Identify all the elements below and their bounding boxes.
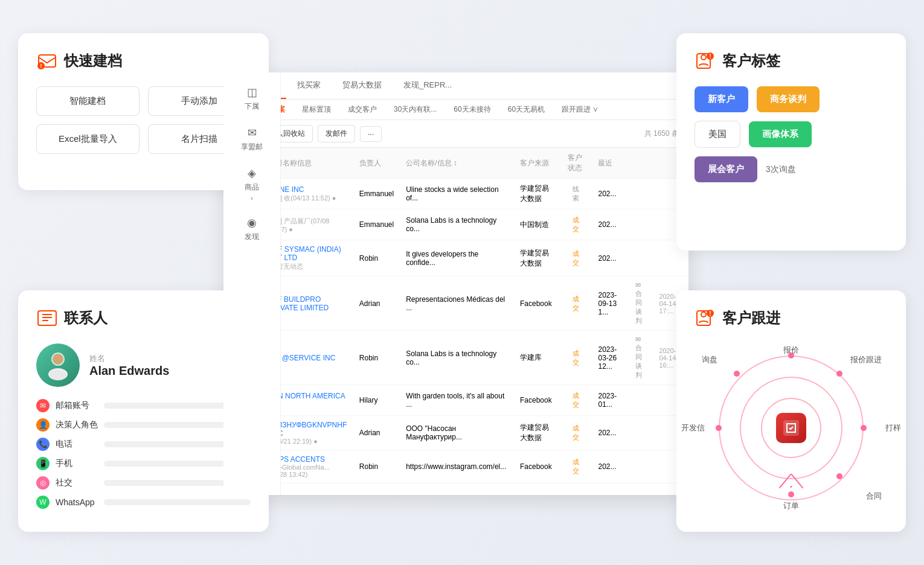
customer-tag-icon: ! bbox=[695, 50, 716, 72]
subtab-60days-no-opportunity[interactable]: 60天无易机 bbox=[499, 100, 553, 120]
cell-extra1 bbox=[629, 484, 653, 487]
cell-followup: ✉ 合同谈判 bbox=[629, 331, 653, 385]
nav-item-subordinate[interactable]: ◫ 下属 bbox=[223, 78, 280, 119]
crm-table-card: 客户管理 找买家 贸易大数据 发现_REPR... 所有客户档案 星标置顶 成交… bbox=[223, 72, 688, 495]
tab-find-buyer[interactable]: 找买家 bbox=[286, 72, 332, 99]
contact-name: Alan Edwards bbox=[89, 364, 169, 378]
nav-item-product[interactable]: ◈ 商品 › bbox=[223, 159, 280, 209]
radar-dot-top-right bbox=[836, 371, 842, 377]
table-row[interactable]: ☆ AMPS ACCENTS ●● ●Global.comNa... (05/2… bbox=[223, 450, 688, 484]
subtab-starred[interactable]: 星标置顶 bbox=[294, 100, 339, 120]
col-description: 公司名称/信息 ↕ bbox=[400, 148, 514, 179]
cell-date: 202... bbox=[592, 450, 629, 484]
mobile-field-row: 📱 手机 bbox=[36, 457, 251, 470]
svg-point-16 bbox=[701, 312, 706, 317]
cell-followup: ✉ 合同谈判 bbox=[629, 276, 653, 331]
nav-label-subordinate: 下属 bbox=[245, 101, 259, 112]
cell-source: Facebook bbox=[514, 450, 562, 484]
cell-desc: Representaciones Médicas del ... bbox=[400, 276, 514, 331]
radar-label-sample: 打样 bbox=[885, 423, 901, 433]
table-row[interactable]: ☆ ⑦[1] 产品展厂(07/08 14:47) ● Emmanuel Sola… bbox=[223, 209, 688, 240]
cell-source: 学建贸易大数据 bbox=[514, 416, 562, 450]
subtab-deal-customers[interactable]: 成交客户 bbox=[339, 100, 385, 120]
exhibition-customer-tag[interactable]: 展会客户 bbox=[695, 156, 757, 182]
svg-text:!: ! bbox=[709, 53, 711, 60]
radar-dot-left bbox=[716, 425, 722, 431]
discover-icon: ◉ bbox=[247, 216, 257, 229]
new-customer-tag[interactable]: 新客户 bbox=[695, 86, 748, 112]
quick-archive-buttons: 智能建档 手动添加 Excel批量导入 名片扫描 bbox=[36, 86, 251, 154]
cell-source: Facebook bbox=[514, 276, 562, 331]
inquiry-count-text: 3次询盘 bbox=[766, 158, 796, 181]
svg-point-4 bbox=[701, 55, 706, 60]
contact-fields: ✉ 邮箱账号 👤 决策人角色 📞 电话 📱 手机 ◎ 社交 bbox=[36, 399, 251, 509]
phone-label: 电话 bbox=[56, 439, 98, 450]
email-field-row: ✉ 邮箱账号 bbox=[36, 399, 251, 412]
business-negotiation-tag[interactable]: 商务谈判 bbox=[757, 86, 820, 112]
table-row[interactable]: ☆ LGF SYSMAC (INDIA) PVT LTD ⑩ 暂无动态 Robi… bbox=[223, 240, 688, 276]
nav-item-discover[interactable]: ◉ 发现 bbox=[223, 209, 280, 249]
table-row[interactable]: ☆ IES @SERVICE INC Robin Solana Labs is … bbox=[223, 331, 688, 385]
tab-discover[interactable]: 发现_REPR... bbox=[393, 72, 463, 99]
subtab-30days[interactable]: 30天内有联... bbox=[385, 100, 445, 120]
smart-archive-button[interactable]: 智能建档 bbox=[36, 86, 140, 116]
radar-label-price-follow: 报价跟进 bbox=[850, 354, 882, 365]
cell-desc: Uline stocks a wide selection of... bbox=[400, 179, 514, 209]
tab-trade-data[interactable]: 贸易大数据 bbox=[332, 72, 393, 99]
mobile-label: 手机 bbox=[56, 458, 98, 469]
role-icon: 👤 bbox=[36, 418, 50, 432]
subtab-60days-no-reception[interactable]: 60天未接待 bbox=[445, 100, 499, 120]
crm-table-header: 公司名称信息 负责人 公司名称/信息 ↕ 客户来源 客户状态 最近 bbox=[223, 148, 688, 179]
table-row[interactable]: ☆ F&F BUILDPRO PRIVATE LIMITED Adrian Re… bbox=[223, 276, 688, 331]
col-source: 客户来源 bbox=[514, 148, 562, 179]
contact-header: 姓名 Alan Edwards bbox=[36, 343, 251, 387]
cell-status: 成交 bbox=[562, 331, 592, 385]
cell-extra1 bbox=[629, 240, 653, 276]
more-button[interactable]: ··· bbox=[360, 126, 382, 142]
subtab-follow-up[interactable]: 跟开跟进 ∨ bbox=[553, 100, 607, 120]
customer-follow-card: ! 客户跟进 bbox=[676, 290, 906, 532]
cell-extra1 bbox=[629, 450, 653, 484]
nav-item-mail[interactable]: ✉ 享盟邮 bbox=[223, 119, 280, 159]
table-row[interactable]: ☆ IIGN NORTH AMERICA INC Hilary With gar… bbox=[223, 385, 688, 416]
cell-desc: Jimco Lamp has been serving t... bbox=[400, 484, 514, 487]
cell-status: 成交 bbox=[562, 450, 592, 484]
crm-table-container[interactable]: 公司名称信息 负责人 公司名称/信息 ↕ 客户来源 客户状态 最近 ☆ bbox=[223, 148, 688, 486]
whatsapp-icon: W bbox=[36, 496, 50, 509]
cell-extra1 bbox=[629, 209, 653, 240]
cell-date: 202... bbox=[592, 240, 629, 276]
cell-date: 2023-03-26 12... bbox=[592, 331, 629, 385]
radar-chart: 报价 报价跟进 打样 合同 订单 开发信 询盘 bbox=[707, 343, 876, 512]
cell-owner: Emmanuel bbox=[353, 179, 400, 209]
cell-desc: Solana Labs is a technology co... bbox=[400, 331, 514, 385]
cell-date: 202... bbox=[592, 484, 629, 487]
cell-source: 学建贸易大数据 bbox=[514, 240, 562, 276]
col-owner: 负责人 bbox=[353, 148, 400, 179]
whatsapp-field-row: W WhatsApp bbox=[36, 496, 251, 509]
crm-subtabs: 所有客户档案 星标置顶 成交客户 30天内有联... 60天未接待 60天无易机… bbox=[223, 100, 688, 120]
usa-tag[interactable]: 美国 bbox=[695, 121, 740, 148]
social-label: 社交 bbox=[56, 477, 98, 488]
sidebar-nav: ◫ 下属 ✉ 享盟邮 ◈ 商品 › ◉ 发现 bbox=[223, 72, 281, 495]
cell-owner: Robin bbox=[353, 240, 400, 276]
customer-follow-icon: ! bbox=[695, 307, 716, 329]
cell-owner: Robin bbox=[353, 331, 400, 385]
cell-status: 成交 bbox=[562, 209, 592, 240]
excel-import-button[interactable]: Excel批量导入 bbox=[36, 124, 140, 154]
customer-tag-title: ! 客户标签 bbox=[695, 50, 888, 72]
radar-label-inquiry: 询盘 bbox=[702, 354, 717, 365]
portrait-system-tag[interactable]: 画像体系 bbox=[749, 121, 812, 147]
radar-label-price: 报价 bbox=[783, 345, 799, 356]
cell-status: 成交 bbox=[562, 416, 592, 450]
cell-owner: Adrian bbox=[353, 276, 400, 331]
nav-label-discover: 发现 bbox=[245, 232, 259, 242]
cell-source: Facebook bbox=[514, 385, 562, 416]
table-row[interactable]: ☆ ULINE INC ⑦[1] 收(04/13 11:52) ● Emmanu… bbox=[223, 179, 688, 209]
radar-arrow bbox=[779, 474, 803, 488]
cell-status: 成交 bbox=[562, 484, 592, 487]
table-row[interactable]: ☆ & MANUFACTURING CO Hilary Jimco Lamp h… bbox=[223, 484, 688, 487]
table-row[interactable]: ☆ М МЗНУФBGKNVPNHF PVC ●(03/21 22:19) ● … bbox=[223, 416, 688, 450]
svg-point-13 bbox=[53, 354, 63, 365]
cell-extra1 bbox=[629, 416, 653, 450]
send-email-button[interactable]: 发邮件 bbox=[318, 125, 355, 142]
